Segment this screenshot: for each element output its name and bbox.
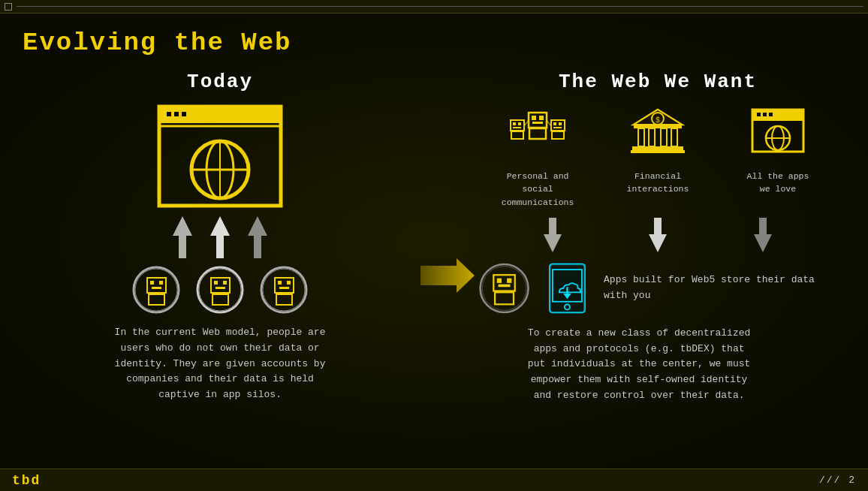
svg-rect-18 [152, 287, 161, 289]
right-icons-row: Personal and socialcommunications $ [478, 104, 838, 209]
svg-rect-26 [212, 294, 228, 305]
apps-label: All the appswe love [747, 170, 809, 196]
svg-rect-37 [518, 122, 521, 125]
arrow-down-3 [752, 216, 773, 254]
window-control [5, 3, 12, 11]
personal-social-label: Personal and socialcommunications [489, 170, 586, 209]
svg-rect-33 [276, 294, 292, 305]
svg-rect-4 [182, 112, 186, 116]
brand-logo: tbd [12, 473, 41, 488]
apps-icon-group: All the appswe love [729, 104, 827, 196]
main-content: Evolving the Web Today [0, 14, 868, 468]
personal-social-icon [508, 104, 568, 164]
web-we-want-column: The Web We Want [478, 71, 845, 450]
svg-marker-73 [544, 218, 562, 252]
svg-rect-78 [493, 275, 514, 291]
svg-rect-66 [757, 113, 761, 116]
svg-marker-75 [754, 218, 772, 252]
right-bottom-icons: Apps built for Web5 store their data wit… [478, 258, 838, 318]
svg-rect-41 [553, 122, 556, 125]
personal-social-icon-group: Personal and socialcommunications [489, 104, 586, 209]
svg-rect-43 [553, 127, 562, 128]
svg-rect-80 [507, 278, 511, 282]
svg-rect-31 [287, 281, 291, 285]
person-icon-2 [196, 266, 245, 315]
svg-rect-2 [167, 112, 171, 116]
page-title: Evolving the Web [23, 29, 845, 57]
web-we-want-header: The Web We Want [478, 71, 838, 93]
financial-icon: $ [628, 104, 688, 164]
svg-rect-16 [150, 281, 154, 285]
svg-rect-24 [223, 281, 227, 285]
svg-rect-79 [497, 278, 502, 282]
svg-rect-67 [763, 113, 767, 116]
central-person-icon [478, 258, 531, 318]
svg-rect-35 [511, 120, 524, 131]
financial-icon-group: $ Financialinteractions [609, 104, 707, 196]
top-line [17, 6, 863, 7]
today-header: Today [187, 71, 253, 93]
svg-marker-74 [649, 218, 667, 252]
arrows-up-group [171, 215, 269, 260]
arrow-down-1 [542, 216, 563, 254]
svg-rect-25 [215, 287, 225, 289]
svg-rect-39 [511, 131, 523, 139]
top-bar [0, 0, 868, 14]
svg-rect-81 [499, 284, 511, 287]
svg-rect-49 [529, 128, 546, 139]
svg-rect-61 [671, 128, 677, 146]
svg-rect-82 [495, 292, 514, 304]
svg-rect-29 [275, 278, 294, 293]
persons-row [132, 266, 309, 315]
today-column: Today [23, 71, 417, 450]
svg-rect-58 [638, 128, 644, 146]
financial-label: Financialinteractions [627, 170, 689, 196]
slide-number: /// 2 [819, 474, 856, 486]
svg-rect-36 [513, 122, 516, 125]
svg-text:$: $ [656, 116, 660, 125]
columns: Today [23, 71, 845, 450]
svg-rect-45 [529, 113, 547, 128]
svg-rect-19 [149, 294, 164, 305]
person-icon-3 [260, 266, 309, 315]
divider-arrow [417, 71, 478, 450]
right-description: To create a new class of decentralized a… [478, 326, 800, 404]
svg-rect-22 [211, 278, 230, 293]
arrow-up-center [209, 215, 231, 260]
svg-rect-44 [552, 131, 564, 139]
svg-rect-32 [279, 287, 289, 289]
browser-window-icon [156, 104, 284, 209]
svg-marker-34 [420, 258, 475, 293]
svg-rect-17 [159, 281, 163, 285]
svg-rect-30 [278, 281, 282, 285]
arrows-down-row [478, 216, 838, 254]
svg-rect-23 [214, 281, 218, 285]
svg-rect-63 [631, 150, 685, 153]
svg-rect-38 [513, 127, 521, 128]
svg-marker-11 [210, 216, 230, 258]
svg-rect-68 [769, 113, 773, 116]
arrow-up-left [171, 215, 194, 260]
person-icon-1 [132, 266, 181, 315]
apps-browser-icon [748, 104, 808, 164]
left-description: In the current Web model, people are use… [115, 325, 326, 403]
svg-rect-59 [649, 128, 655, 146]
arrow-up-right [246, 215, 269, 260]
svg-marker-10 [173, 216, 192, 258]
bottom-bar: tbd /// 2 [0, 468, 868, 491]
svg-rect-47 [539, 116, 544, 120]
svg-rect-15 [147, 278, 166, 293]
svg-marker-12 [248, 216, 267, 258]
svg-rect-46 [532, 116, 536, 120]
phone-icon [546, 258, 589, 318]
svg-rect-40 [551, 120, 565, 131]
svg-rect-62 [632, 146, 683, 150]
svg-rect-3 [174, 112, 179, 116]
svg-rect-42 [559, 122, 562, 125]
svg-rect-48 [532, 122, 543, 124]
apps-built-label: Apps built for Web5 store their data wit… [604, 273, 838, 304]
arrow-down-2 [647, 216, 668, 254]
svg-rect-60 [661, 128, 667, 146]
